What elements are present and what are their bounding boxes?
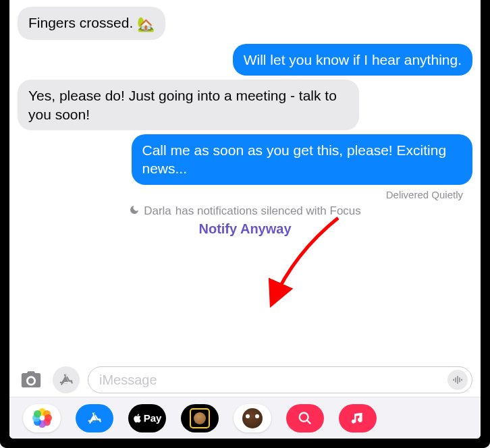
app-store-icon xyxy=(59,372,74,387)
composer-bar: iMessage xyxy=(9,363,481,397)
message-text: Yes, please do! Just going into a meetin… xyxy=(28,88,337,121)
audio-wave-icon xyxy=(452,374,464,386)
camera-icon xyxy=(20,368,43,391)
svg-rect-4 xyxy=(461,379,462,381)
message-text: Fingers crossed. xyxy=(28,15,133,30)
animoji-app-button[interactable] xyxy=(234,404,271,432)
memoji-icon xyxy=(190,408,210,428)
moon-icon xyxy=(129,204,140,219)
message-input[interactable]: iMessage xyxy=(88,366,472,393)
delivery-status: Delivered Quietly xyxy=(18,189,472,200)
message-outgoing[interactable]: Will let you know if I hear anything. xyxy=(18,44,472,76)
voice-message-button[interactable] xyxy=(447,370,468,390)
hashtag-images-app-button[interactable] xyxy=(286,404,324,432)
search-icon xyxy=(298,411,312,426)
svg-rect-2 xyxy=(457,376,458,384)
svg-rect-1 xyxy=(455,377,456,383)
focus-contact-name: Darla xyxy=(144,204,171,218)
animoji-icon xyxy=(242,408,263,428)
message-incoming[interactable]: Fingers crossed. 🏡 xyxy=(18,7,472,40)
app-drawer[interactable]: Pay xyxy=(9,397,481,439)
memoji-app-button[interactable] xyxy=(181,404,219,432)
camera-button[interactable] xyxy=(18,366,45,393)
apple-pay-label: Pay xyxy=(144,412,162,424)
svg-rect-0 xyxy=(453,379,454,381)
apple-logo-icon xyxy=(133,414,142,423)
messages-conversation[interactable]: Fingers crossed. 🏡 Will let you know if … xyxy=(9,0,481,358)
message-text: Will let you know if I hear anything. xyxy=(244,52,462,67)
app-store-icon xyxy=(87,411,102,426)
photos-icon xyxy=(32,409,51,428)
photos-app-button[interactable] xyxy=(23,404,61,432)
input-placeholder: iMessage xyxy=(99,372,157,388)
focus-status-row: Darla has notifications silenced with Fo… xyxy=(18,204,472,219)
message-text: Call me as soon as you get this, please!… xyxy=(142,142,447,176)
message-incoming[interactable]: Yes, please do! Just going into a meetin… xyxy=(18,80,472,130)
house-emoji: 🏡 xyxy=(137,16,155,32)
imessage-apps-button[interactable] xyxy=(76,404,113,432)
message-outgoing[interactable]: Call me as soon as you get this, please!… xyxy=(18,134,472,185)
music-note-icon xyxy=(351,412,364,425)
notify-anyway-button[interactable]: Notify Anyway xyxy=(198,221,291,236)
app-store-button[interactable] xyxy=(53,366,80,393)
apple-pay-app-button[interactable]: Pay xyxy=(128,404,166,432)
svg-rect-3 xyxy=(459,377,460,383)
svg-point-5 xyxy=(300,412,308,421)
music-app-button[interactable] xyxy=(339,404,377,432)
focus-status-text: has notifications silenced with Focus xyxy=(175,204,361,218)
svg-line-6 xyxy=(307,420,311,424)
